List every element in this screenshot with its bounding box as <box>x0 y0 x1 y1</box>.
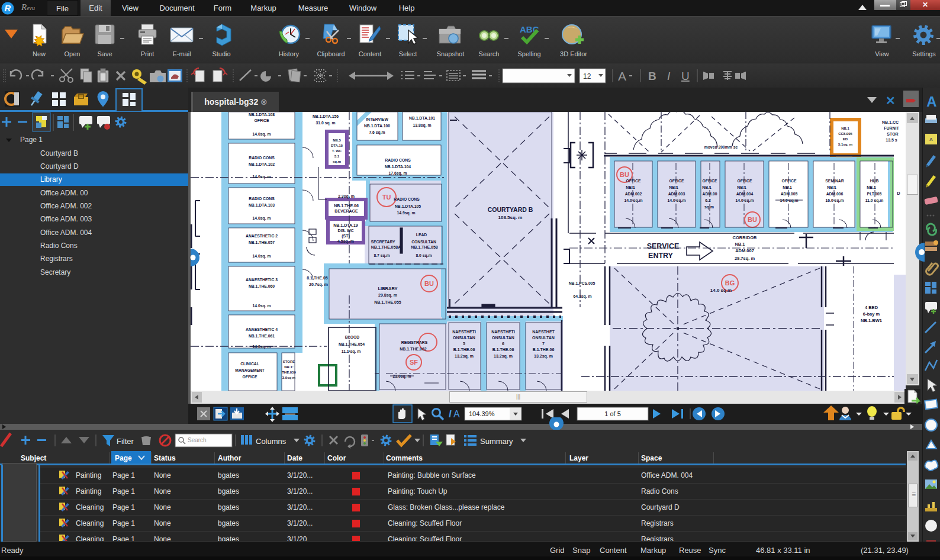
svg-text:11.1 sq. m: 11.1 sq. m <box>342 349 361 354</box>
svg-text:NB.1.DTA.105: NB.1.DTA.105 <box>395 204 421 208</box>
svg-text:ANAESTHETIC 2: ANAESTHETIC 2 <box>246 234 278 238</box>
svg-text:23.0sq. m: 23.0sq. m <box>393 374 411 379</box>
svg-text:14.0sq. m: 14.0sq. m <box>253 345 271 349</box>
svg-text:NB.1.DTA.104: NB.1.DTA.104 <box>385 165 411 169</box>
svg-text:NB.1: NB.1 <box>737 185 746 189</box>
svg-text:NB.1: NB.1 <box>702 185 712 189</box>
svg-text:Layer: Layer <box>569 454 588 462</box>
svg-text:NB.1.THE.062: NB.1.THE.062 <box>400 347 427 351</box>
svg-text:DTA.15: DTA.15 <box>331 144 343 147</box>
svg-text:BLOOD: BLOOD <box>345 335 360 339</box>
svg-text:NB.1.THE.055: NB.1.THE.055 <box>374 300 401 304</box>
svg-text:NB.1.THE.057: NB.1.THE.057 <box>249 240 275 244</box>
svg-text:ONSULTAN: ONSULTAN <box>492 336 514 340</box>
svg-text:29.8sq. m: 29.8sq. m <box>378 293 397 298</box>
svg-text:BU: BU <box>620 171 629 178</box>
svg-text:NB.1.DTA.156: NB.1.DTA.156 <box>313 114 339 118</box>
svg-text:NB.1.DTA.108: NB.1.DTA.108 <box>249 112 275 117</box>
svg-text:SEMINAR: SEMINAR <box>825 179 844 183</box>
svg-text:NAESTHET: NAESTHET <box>532 330 555 334</box>
svg-text:7: 7 <box>542 342 545 346</box>
svg-text:NB.1:: NB.1: <box>284 365 294 369</box>
svg-text:BEVERAGE: BEVERAGE <box>334 209 358 213</box>
svg-text:OFFICE: OFFICE <box>669 179 684 183</box>
svg-text:13.2sq. m: 13.2sq. m <box>455 354 474 359</box>
svg-text:THE.059: THE.059 <box>282 371 296 374</box>
svg-text:A: A <box>618 69 626 83</box>
svg-text:I: I <box>667 70 671 82</box>
svg-text:A: A <box>926 94 936 110</box>
svg-text:TU: TU <box>382 194 391 201</box>
svg-text:103.5sq. m: 103.5sq. m <box>498 215 523 220</box>
svg-text:31.0 sq. m: 31.0 sq. m <box>316 121 336 125</box>
svg-text:14.0 sq.m: 14.0 sq.m <box>710 288 732 293</box>
svg-text:I: I <box>449 409 452 419</box>
svg-text:RADIO CONS: RADIO CONS <box>394 197 420 201</box>
svg-text:NB.1.THE.06: NB.1.THE.06 <box>334 204 359 208</box>
svg-text:4.5sq. m: 4.5sq. m <box>337 239 354 244</box>
svg-text:PLT.005: PLT.005 <box>867 192 882 196</box>
svg-text:6.2: 6.2 <box>705 198 711 202</box>
svg-text:sq.m: sq.m <box>333 160 341 163</box>
svg-text:13.2sq. m: 13.2sq. m <box>534 354 553 359</box>
svg-text:OFFICE: OFFICE <box>243 375 257 379</box>
svg-text:NB.1: NB.1 <box>735 242 745 247</box>
svg-text:ANAESTHETIC 4: ANAESTHETIC 4 <box>246 327 278 332</box>
svg-text:COURTYARD B: COURTYARD B <box>488 206 533 213</box>
svg-text:RADIO CONS: RADIO CONS <box>385 158 411 162</box>
svg-text:HUB: HUB <box>870 179 879 183</box>
svg-text:14.0 sq.m: 14.0 sq.m <box>668 198 686 203</box>
svg-text:SERVICE: SERVICE <box>647 242 680 250</box>
svg-text:Page: Page <box>115 454 132 462</box>
svg-text:Date: Date <box>287 454 302 462</box>
svg-text:20.7sq. m: 20.7sq. m <box>309 282 328 287</box>
svg-text:NB.1.THE.058A: NB.1.THE.058A <box>371 245 401 249</box>
svg-text:1 of 5: 1 of 5 <box>604 410 621 417</box>
svg-text:INTERVIEW: INTERVIEW <box>366 117 388 121</box>
svg-text:NB.1.PCS.005: NB.1.PCS.005 <box>569 281 595 285</box>
svg-text:16.0 sq.m: 16.0 sq.m <box>826 198 844 203</box>
svg-text:NB.1.DTA.19: NB.1.DTA.19 <box>333 223 358 227</box>
svg-text:NB.1: NB.1 <box>669 185 678 189</box>
svg-text:SECRETARY: SECRETARY <box>371 240 395 244</box>
svg-text:CC8.005: CC8.005 <box>838 132 852 136</box>
svg-text:RADIO CONS: RADIO CONS <box>249 197 275 201</box>
svg-text:DIS. WC: DIS. WC <box>337 228 353 233</box>
svg-text:5: 5 <box>463 342 465 346</box>
svg-text:ADM.002: ADM.002 <box>625 192 642 196</box>
svg-text:7.6 sq.m: 7.6 sq.m <box>369 130 385 135</box>
svg-text:STORE: STORE <box>283 360 295 363</box>
svg-text:3.9sq m: 3.9sq m <box>282 376 295 379</box>
svg-text:ED: ED <box>843 137 848 141</box>
svg-text:14.0sq. m: 14.0sq. m <box>253 132 271 137</box>
svg-text:NB.1.DTA.103: NB.1.DTA.103 <box>249 203 275 207</box>
svg-text:6: 6 <box>502 342 504 346</box>
svg-text:104.39%: 104.39% <box>469 410 495 417</box>
svg-text:CLINICAL: CLINICAL <box>240 362 259 366</box>
svg-text:13.2sq. m: 13.2sq. m <box>494 354 513 359</box>
svg-text:OFFICE: OFFICE <box>782 179 797 183</box>
svg-text:B: B <box>648 70 656 82</box>
svg-text:moved 200mm se: moved 200mm se <box>704 145 738 149</box>
svg-text:B.1.THE.06: B.1.THE.06 <box>453 347 475 352</box>
svg-text:NB.1.THE.060: NB.1.THE.060 <box>249 284 275 288</box>
svg-text:14.0sq. m: 14.0sq. m <box>253 175 271 179</box>
svg-text:NB.1.BW1: NB.1.BW1 <box>861 318 882 323</box>
svg-text:A: A <box>929 137 933 142</box>
svg-text:BG: BG <box>725 279 735 287</box>
svg-text:NB.1.DTA.100: NB.1.DTA.100 <box>364 124 390 128</box>
svg-text:A: A <box>453 409 460 419</box>
svg-text:14.0 sq.m: 14.0 sq.m <box>624 198 643 203</box>
svg-text:OFFICE: OFFICE <box>703 179 717 183</box>
svg-text:D: D <box>897 191 900 196</box>
svg-text:NB.1: NB.1 <box>827 185 836 189</box>
svg-text:NB.1.THE.061: NB.1.THE.061 <box>249 334 275 338</box>
svg-text:MANAGEMENT: MANAGEMENT <box>235 368 265 372</box>
svg-text:12: 12 <box>583 72 591 81</box>
svg-text:B.1.THE.06: B.1.THE.06 <box>533 347 555 352</box>
svg-text:BU: BU <box>424 280 434 287</box>
svg-text:OFFICE: OFFICE <box>738 179 752 183</box>
svg-text:REGISTRARS: REGISTRARS <box>401 340 428 345</box>
svg-text:NB.1: NB.1 <box>867 185 876 189</box>
svg-text:4 BED: 4 BED <box>865 305 878 310</box>
